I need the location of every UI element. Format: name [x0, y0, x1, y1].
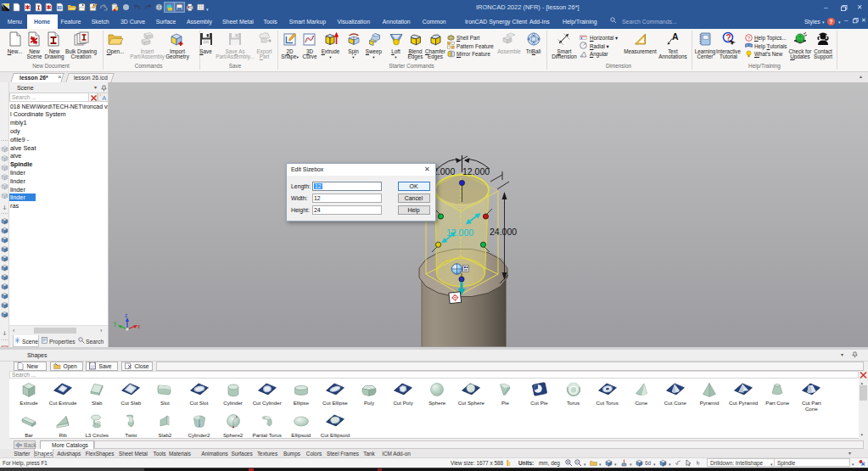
svg-text:12.000: 12.000 — [462, 166, 490, 177]
svg-text:x: x — [137, 323, 141, 329]
svg-text:A: A — [672, 31, 679, 42]
svg-text:y: y — [114, 320, 117, 327]
svg-text:*: * — [99, 93, 101, 98]
svg-text:24.000: 24.000 — [490, 227, 517, 237]
svg-text:z: z — [125, 312, 127, 318]
svg-text:12.000: 12.000 — [446, 227, 473, 238]
svg-text:A: A — [102, 95, 106, 101]
